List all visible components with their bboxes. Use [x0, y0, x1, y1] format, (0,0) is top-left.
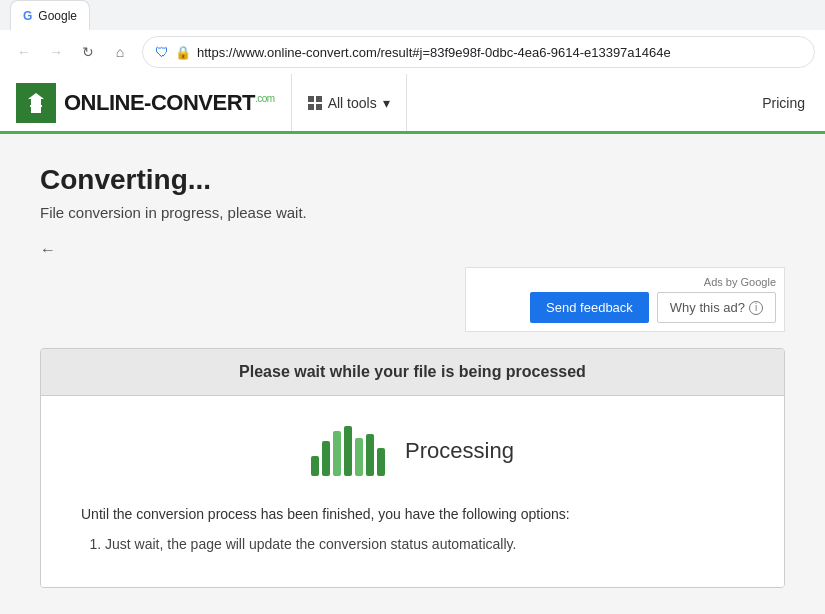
- bar-1: [311, 456, 319, 476]
- why-this-ad-button[interactable]: Why this ad? i: [657, 292, 776, 323]
- grid-icon: [308, 96, 322, 110]
- forward-button[interactable]: →: [42, 38, 70, 66]
- back-arrow-icon[interactable]: ←: [40, 241, 56, 259]
- bar-7: [377, 448, 385, 476]
- all-tools-label: All tools: [328, 95, 377, 111]
- ads-by-google: Ads by Google: [474, 276, 776, 288]
- home-button[interactable]: ⌂: [106, 38, 134, 66]
- reload-button[interactable]: ↻: [74, 38, 102, 66]
- processing-body: Processing Until the conversion process …: [41, 396, 784, 587]
- page-title: Converting...: [40, 164, 785, 196]
- bar-3: [333, 431, 341, 476]
- security-shield-icon: 🛡: [155, 44, 169, 60]
- processing-animation: Processing: [311, 426, 514, 476]
- main-content: Converting... File conversion in progres…: [0, 134, 825, 614]
- bar-4: [344, 426, 352, 476]
- pricing-link[interactable]: Pricing: [762, 95, 805, 111]
- address-bar[interactable]: 🛡 🔒 https://www.online-convert.com/resul…: [142, 36, 815, 68]
- header-right: Pricing: [742, 95, 825, 111]
- ads-box: Ads by Google Send feedback Why this ad?…: [465, 267, 785, 332]
- browser-tab[interactable]: G Google: [10, 0, 90, 30]
- tab-favicon: G: [23, 9, 32, 23]
- info-icon: i: [749, 301, 763, 315]
- audio-bars-icon: [311, 426, 385, 476]
- bar-2: [322, 441, 330, 476]
- bar-6: [366, 434, 374, 476]
- send-feedback-button[interactable]: Send feedback: [530, 292, 649, 323]
- processing-label: Processing: [405, 438, 514, 464]
- processing-header: Please wait while your file is being pro…: [41, 349, 784, 396]
- options-section: Until the conversion process has been fi…: [61, 506, 764, 557]
- logo-area[interactable]: ONLINE-CONVERT.com: [0, 74, 292, 131]
- options-list: Just wait, the page will update the conv…: [81, 532, 744, 557]
- tab-label: Google: [38, 9, 77, 23]
- lock-icon: 🔒: [175, 45, 191, 60]
- options-title: Until the conversion process has been fi…: [81, 506, 744, 522]
- page-subtitle: File conversion in progress, please wait…: [40, 204, 785, 221]
- nav-buttons: ← → ↻ ⌂: [10, 38, 134, 66]
- browser-toolbar: ← → ↻ ⌂ 🛡 🔒 https://www.online-convert.c…: [0, 30, 825, 74]
- why-this-ad-label: Why this ad?: [670, 300, 745, 315]
- tab-bar: G Google: [0, 0, 825, 30]
- browser-chrome: G Google ← → ↻ ⌂ 🛡 🔒 https://www.online-…: [0, 0, 825, 74]
- bar-5: [355, 438, 363, 476]
- back-button[interactable]: ←: [10, 38, 38, 66]
- processing-container: Please wait while your file is being pro…: [40, 348, 785, 588]
- list-item: Just wait, the page will update the conv…: [105, 532, 744, 557]
- logo-icon: [16, 83, 56, 123]
- ads-section: Ads by Google Send feedback Why this ad?…: [40, 267, 785, 332]
- ads-actions: Send feedback Why this ad? i: [474, 292, 776, 323]
- logo-svg: [22, 89, 50, 117]
- site-header: ONLINE-CONVERT.com All tools ▾ Pricing: [0, 74, 825, 134]
- chevron-down-icon: ▾: [383, 95, 390, 111]
- logo-text: ONLINE-CONVERT.com: [64, 90, 275, 116]
- url-display: https://www.online-convert.com/result#j=…: [197, 45, 802, 60]
- all-tools-menu[interactable]: All tools ▾: [292, 74, 407, 131]
